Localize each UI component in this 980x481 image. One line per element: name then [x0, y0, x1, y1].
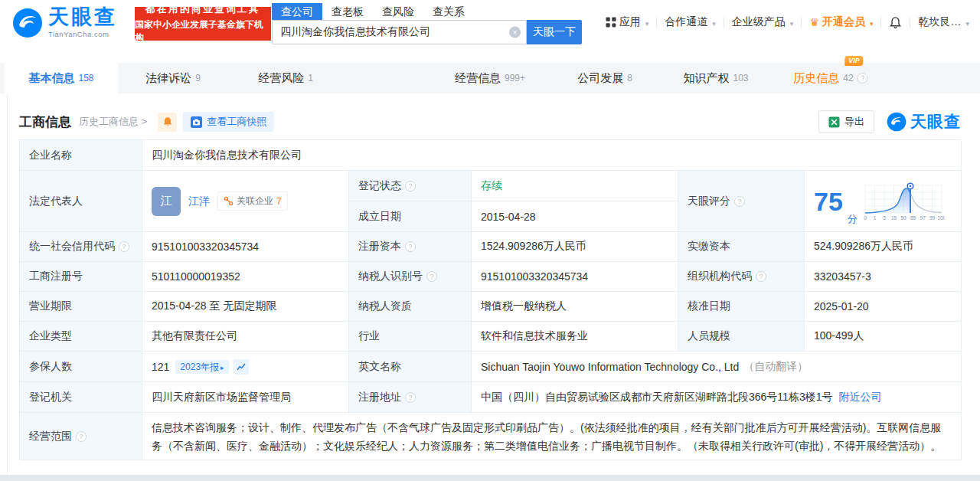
tab-count: 158 [78, 73, 93, 83]
tab-label: 知识产权 [683, 71, 729, 86]
label-staff-size: 人员规模 [678, 322, 805, 352]
label-business-scope: 经营范围 [20, 413, 142, 460]
menu-vip-label: 开通会员 [822, 15, 865, 29]
menu-partner-label: 合作通道 [665, 15, 707, 29]
label-english-name: 英文名称 [349, 352, 472, 382]
chevron-down-icon [644, 16, 649, 28]
svg-text:3: 3 [883, 215, 886, 221]
help-icon[interactable] [76, 431, 87, 442]
tab-basic-info[interactable]: 基本信息 158 [4, 63, 118, 93]
promo-line2: 国家中小企业发展子基金旗下机构 [135, 18, 271, 44]
apps-grid-icon [606, 17, 616, 28]
help-icon[interactable] [734, 196, 745, 207]
tab-label: 公司发展 [577, 71, 623, 86]
annual-report-badge[interactable]: 2023年报 [175, 360, 228, 374]
help-icon[interactable] [756, 271, 766, 282]
related-companies-label: 关联企业 [237, 195, 273, 208]
business-registration-table: 企业名称 四川淘金你我信息技术有限公司 法定代表人 江 江洋 关联企业 7 登记… [19, 139, 961, 460]
value-taxpayer-quality: 增值税一般纳税人 [472, 292, 678, 322]
notification-bell-button[interactable] [889, 16, 902, 29]
insured-count: 121 [152, 361, 169, 373]
tab-business-risk[interactable]: 经营风险 1 [258, 63, 313, 93]
monitor-bell-button[interactable] [158, 113, 177, 132]
related-companies-badge[interactable]: 关联企业 7 [217, 191, 288, 211]
svg-text:0: 0 [864, 215, 867, 221]
menu-apps[interactable]: 应用 [606, 15, 649, 29]
watermark-text: 天眼查 [910, 111, 961, 133]
chevron-down-icon [789, 16, 794, 28]
tab-count: 9 [195, 73, 201, 83]
help-icon[interactable] [426, 271, 437, 282]
legal-rep-name-link[interactable]: 江洋 [188, 195, 210, 208]
search-tab-risk[interactable]: 查风险 [373, 3, 423, 20]
label-reg-status: 登记状态 [349, 171, 472, 201]
tab-count: 42 [843, 73, 853, 83]
value-credit-code: 915101003320345734 [142, 232, 349, 262]
label-reg-authority: 登记机关 [20, 382, 142, 413]
view-snapshot-button[interactable]: 查看工商快照 [183, 112, 274, 132]
tab-label: 历史信息 [793, 71, 839, 86]
value-business-term: 2015-04-28 至 无固定期限 [142, 292, 349, 322]
search-tab-relation[interactable]: 查关系 [423, 3, 474, 20]
svg-text:50: 50 [900, 215, 906, 221]
snapshot-button-label: 查看工商快照 [207, 115, 266, 129]
clear-icon[interactable] [509, 27, 521, 38]
nearby-companies-link[interactable]: 附近公司 [838, 391, 881, 404]
section-title: 工商信息 [19, 113, 71, 131]
search-input[interactable] [272, 20, 527, 44]
menu-enterprise-label: 企业级产品 [732, 15, 786, 29]
value-business-scope: 信息技术咨询服务；设计、制作、代理发布广告（不含气球广告及固定形式印刷品广告）。… [142, 413, 962, 460]
value-tyc-score[interactable]: 75 分 0 1 3 15 50 85 9 [805, 171, 962, 232]
legal-rep-avatar[interactable]: 江 [152, 187, 181, 216]
help-icon[interactable] [858, 73, 868, 83]
line-chart-icon [237, 362, 246, 371]
tab-history-info[interactable]: VIP 历史信息 42 [793, 63, 867, 93]
search-button[interactable]: 天眼一下 [527, 20, 582, 44]
help-icon[interactable] [405, 241, 416, 252]
label-industry: 行业 [349, 322, 472, 352]
search-tab-company[interactable]: 查公司 [272, 3, 322, 20]
tab-count: 1 [308, 73, 313, 83]
search-tabs: 查公司 查老板 查风险 查关系 [272, 3, 582, 20]
help-icon[interactable] [119, 241, 129, 252]
help-icon[interactable] [405, 181, 416, 191]
menu-vip-upgrade[interactable]: 开通会员 [809, 15, 873, 29]
tab-legal-proceedings[interactable]: 法律诉讼 9 [145, 63, 201, 93]
svg-text:99: 99 [929, 215, 936, 221]
menu-partner[interactable]: 合作通道 [665, 15, 716, 29]
company-nav-tabs: 基本信息 158 法律诉讼 9 经营风险 1 经营信息 999+ 公司发展 8 … [0, 63, 980, 93]
label-company-name: 企业名称 [20, 140, 142, 171]
tab-intellectual-property[interactable]: 知识产权 103 [683, 63, 748, 93]
username: 乾坎艮… [918, 15, 961, 29]
promo-line1: 都在用的商业查询工具 [145, 3, 260, 16]
label-approval-date: 核准日期 [678, 292, 805, 322]
tab-business-info[interactable]: 经营信息 999+ [455, 63, 525, 93]
svg-text:100: 100 [937, 215, 944, 221]
export-button[interactable]: 导出 [818, 110, 874, 133]
tianyancha-logo[interactable]: 天眼查 TianYanCha.com [12, 7, 117, 38]
caret-right-icon [219, 362, 224, 371]
label-reg-number: 工商注册号 [20, 262, 142, 292]
top-header: 天眼查 TianYanCha.com 都在用的商业查询工具 国家中小企业发展子基… [0, 0, 980, 47]
search-tab-boss[interactable]: 查老板 [322, 3, 373, 20]
label-company-type: 企业类型 [20, 322, 142, 352]
score-distribution-chart: 0 1 3 15 50 85 97 99 100 [862, 179, 945, 224]
svg-text:1: 1 [874, 215, 877, 221]
value-legal-rep: 江 江洋 关联企业 7 [142, 171, 349, 232]
label-legal-rep: 法定代表人 [20, 171, 142, 232]
logo-text: 天眼查 TianYanCha.com [48, 7, 117, 38]
tab-label: 经营信息 [455, 71, 501, 86]
bell-icon [889, 16, 902, 29]
value-approval-date: 2025-01-20 [805, 292, 962, 322]
menu-divider [910, 18, 910, 28]
tab-company-development[interactable]: 公司发展 8 [577, 63, 632, 93]
header-menu: 应用 合作通道 企业级产品 开通会员 乾坎艮… [606, 15, 969, 29]
business-info-section-header: 工商信息 历史工商信息 查看工商快照 导出 天眼查 [19, 109, 961, 135]
user-account-menu[interactable]: 乾坎艮… [918, 15, 969, 29]
insured-trend-icon[interactable] [234, 359, 249, 375]
history-business-info-link[interactable]: 历史工商信息 [79, 115, 147, 129]
help-icon[interactable] [405, 392, 416, 403]
crown-icon [809, 16, 819, 28]
search-box [272, 20, 527, 44]
menu-enterprise[interactable]: 企业级产品 [732, 15, 794, 29]
